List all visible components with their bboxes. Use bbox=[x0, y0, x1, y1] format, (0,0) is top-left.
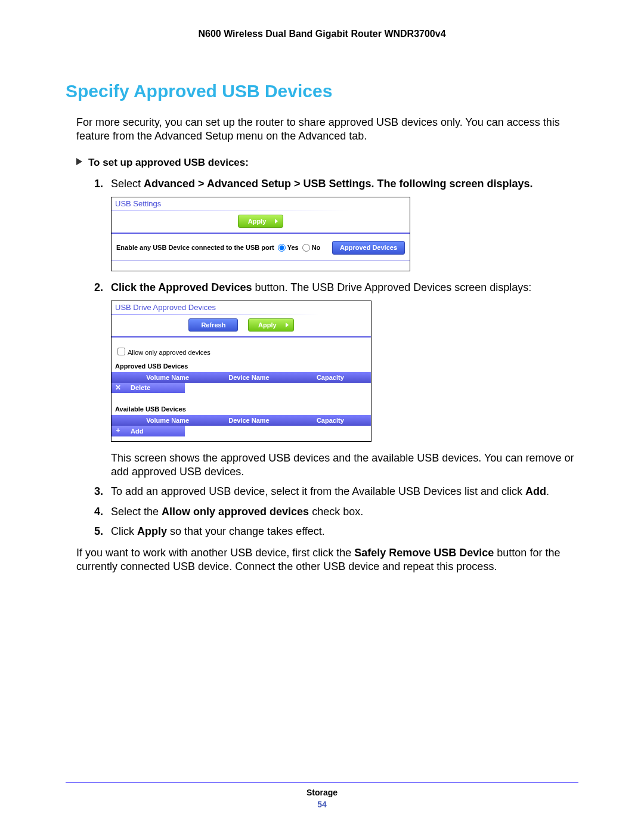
enable-yes-radio[interactable] bbox=[278, 244, 286, 252]
step-2-explain: This screen shows the approved USB devic… bbox=[111, 451, 578, 479]
apply-button[interactable]: Apply bbox=[238, 215, 284, 228]
panel1-title: USB Settings bbox=[112, 197, 410, 210]
doc-header: N600 Wireless Dual Band Gigabit Router W… bbox=[66, 29, 578, 39]
closing-paragraph: If you want to work with another USB dev… bbox=[76, 546, 578, 574]
task-heading: To set up approved USB devices: bbox=[76, 157, 578, 169]
step-3: 3. To add an approved USB device, select… bbox=[94, 485, 578, 498]
arrow-right-icon bbox=[286, 323, 289, 327]
available-table-header: Volume Name Device Name Capacity bbox=[112, 415, 371, 426]
enable-usb-label: Enable any USB Device connected to the U… bbox=[116, 243, 274, 252]
approved-devices-panel: USB Drive Approved Devices Refresh Apply… bbox=[111, 301, 371, 442]
delete-button[interactable]: ✕ Delete bbox=[112, 383, 185, 394]
footer-section: Storage bbox=[66, 788, 578, 797]
refresh-button[interactable]: Refresh bbox=[188, 318, 238, 332]
apply-button-2[interactable]: Apply bbox=[248, 318, 294, 332]
chevron-right-icon bbox=[76, 158, 82, 165]
plus-icon: + bbox=[114, 426, 122, 436]
page-number: 54 bbox=[66, 800, 578, 809]
page-footer: Storage 54 bbox=[66, 782, 578, 809]
step-2: 2. Click the Approved Devices button. Th… bbox=[94, 281, 578, 479]
close-icon: ✕ bbox=[114, 383, 122, 393]
page-title: Specify Approved USB Devices bbox=[66, 81, 578, 101]
approved-list-heading: Approved USB Devices bbox=[112, 361, 371, 371]
approved-table-header: Volume Name Device Name Capacity bbox=[112, 372, 371, 383]
allow-only-approved-checkbox[interactable] bbox=[117, 348, 125, 355]
intro-paragraph: For more security, you can set up the ro… bbox=[76, 116, 578, 144]
approved-devices-button[interactable]: Approved Devices bbox=[332, 241, 405, 254]
step-4: 4. Select the Allow only approved device… bbox=[94, 505, 578, 519]
add-button[interactable]: + Add bbox=[112, 426, 185, 436]
step-5: 5. Click Apply so that your change takes… bbox=[94, 525, 578, 538]
usb-settings-panel: USB Settings Apply Enable any USB Device… bbox=[111, 197, 410, 271]
available-list-heading: Available USB Devices bbox=[112, 404, 371, 414]
step-1: 1. Select Advanced > Advanced Setup > US… bbox=[94, 177, 578, 271]
arrow-right-icon bbox=[275, 219, 278, 224]
enable-no-radio[interactable] bbox=[302, 244, 310, 252]
panel2-title: USB Drive Approved Devices bbox=[112, 301, 371, 314]
